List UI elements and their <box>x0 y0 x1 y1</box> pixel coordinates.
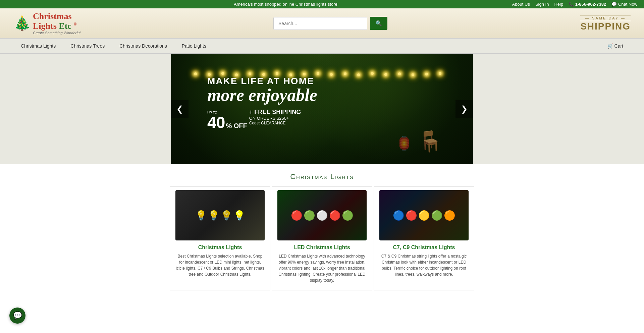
help-link[interactable]: Help <box>554 2 563 7</box>
product-desc-3: C7 & C9 Christmas string lights offer a … <box>379 253 469 277</box>
tagline: America's most shopped online Christmas … <box>60 2 512 7</box>
header: 🎄 Christmas Lights Etc ® Create Somethin… <box>0 8 644 38</box>
cart-link[interactable]: 🛒 Cart <box>600 39 631 53</box>
light-bulb <box>425 73 428 75</box>
product-card-c7c9-lights: 🔵 🔴 🟡 🟢 🟠 C7, C9 Christmas Lights C7 & C… <box>374 186 474 290</box>
light-bulb <box>412 73 414 76</box>
light-bulb <box>357 73 360 76</box>
off-label: % OFF <box>226 122 247 130</box>
phone-text: 1-866-962-7382 <box>575 2 606 7</box>
product-desc-1: Best Christmas Lights selection availabl… <box>175 253 265 277</box>
chat-link[interactable]: 💬 Chat Now <box>611 2 637 7</box>
light-bulb <box>208 73 211 76</box>
light-bulb <box>398 72 401 75</box>
section-heading: Christmas Lights <box>0 164 644 186</box>
about-us-link[interactable]: About Us <box>512 2 530 7</box>
nav-christmas-lights[interactable]: Christmas Lights <box>13 39 63 53</box>
phone-icon: 📞 <box>569 2 574 7</box>
section-title: Christmas Lights <box>290 172 354 181</box>
on-orders-label: ON ORDERS $250+ <box>249 116 301 121</box>
product-desc-2: LED Christmas Lights with advanced techn… <box>277 253 367 283</box>
light-bulb <box>303 73 306 75</box>
light-bulb <box>262 73 265 76</box>
light-bulb <box>249 72 251 75</box>
nav-christmas-trees[interactable]: Christmas Trees <box>63 39 112 53</box>
free-shipping-label: + FREE SHIPPING <box>249 109 301 116</box>
light-bulb <box>384 73 387 76</box>
christmas-lights-section: Christmas Lights 💡 💡 💡 💡 Christmas Light… <box>0 164 644 297</box>
light-bulb <box>194 72 197 75</box>
light-bulb <box>371 72 374 75</box>
search-button[interactable]: 🔍 <box>370 17 387 30</box>
product-image-c7c9[interactable]: 🔵 🔴 🟡 🟢 🟠 <box>379 190 469 240</box>
same-day-label: — SAME DAY — <box>580 15 631 21</box>
nav-patio-lights[interactable]: Patio Lights <box>174 39 214 53</box>
code-label: Code: CLEARANCE <box>249 121 301 125</box>
hero-banner: MAKE LIFE AT HOME more enjoyable UP TO 4… <box>171 54 473 164</box>
light-bulb <box>317 72 319 75</box>
product-grid: 💡 💡 💡 💡 Christmas Lights Best Christmas … <box>121 186 523 297</box>
product-image-led[interactable]: 🔴 🟢 ⚪ 🔴 🟢 <box>277 190 367 240</box>
light-bulb <box>276 72 278 75</box>
hero-text: MAKE LIFE AT HOME more enjoyable UP TO 4… <box>207 76 317 131</box>
patio-furniture: 🪑 <box>418 129 443 153</box>
sign-in-link[interactable]: Sign In <box>535 2 549 7</box>
logo-name: Christmas Lights Etc ® <box>33 12 80 31</box>
product-title-3[interactable]: C7, C9 Christmas Lights <box>379 244 469 251</box>
main-nav: Christmas Lights Christmas Trees Christm… <box>0 38 644 54</box>
shipping-label: SHIPPING <box>580 21 631 32</box>
product-image-warmwhite[interactable]: 💡 💡 💡 💡 <box>175 190 265 240</box>
light-bulb <box>439 72 441 75</box>
nav-links: Christmas Lights Christmas Trees Christm… <box>13 39 214 53</box>
search-input[interactable] <box>273 17 367 30</box>
cart-icon: 🛒 <box>607 43 613 49</box>
top-bar-right: About Us Sign In Help 📞 1-866-962-7382 💬… <box>512 2 637 7</box>
product-title-1[interactable]: Christmas Lights <box>175 244 265 251</box>
nav-christmas-decorations[interactable]: Christmas Decorations <box>112 39 174 53</box>
hero-prev-button[interactable]: ❮ <box>171 100 189 118</box>
hero-line2: more enjoyable <box>207 87 317 104</box>
logo[interactable]: 🎄 Christmas Lights Etc ® Create Somethin… <box>13 12 80 35</box>
shipping-badge: — SAME DAY — SHIPPING <box>580 15 631 32</box>
light-bulb <box>330 73 333 76</box>
search-area: 🔍 <box>273 17 387 30</box>
lantern: 🏮 <box>396 135 413 151</box>
product-card-christmas-lights: 💡 💡 💡 💡 Christmas Lights Best Christmas … <box>170 186 270 290</box>
chat-icon: 💬 <box>611 2 617 7</box>
discount-percent: 40 <box>207 115 225 131</box>
product-title-2[interactable]: LED Christmas Lights <box>277 244 367 251</box>
top-bar: America's most shopped online Christmas … <box>0 0 644 8</box>
lights-string <box>186 74 458 74</box>
hero-next-button[interactable]: ❯ <box>455 100 473 118</box>
light-bulb <box>221 72 224 75</box>
light-bulb <box>344 72 346 75</box>
phone-number: 📞 1-866-962-7382 <box>569 2 606 7</box>
logo-tree-icon: 🎄 <box>13 15 31 32</box>
product-card-led-lights: 🔴 🟢 ⚪ 🔴 🟢 LED Christmas Lights LED Chris… <box>272 186 372 290</box>
hero-line1: MAKE LIFE AT HOME <box>207 76 317 87</box>
logo-subtitle: Create Something Wonderful <box>33 31 80 35</box>
